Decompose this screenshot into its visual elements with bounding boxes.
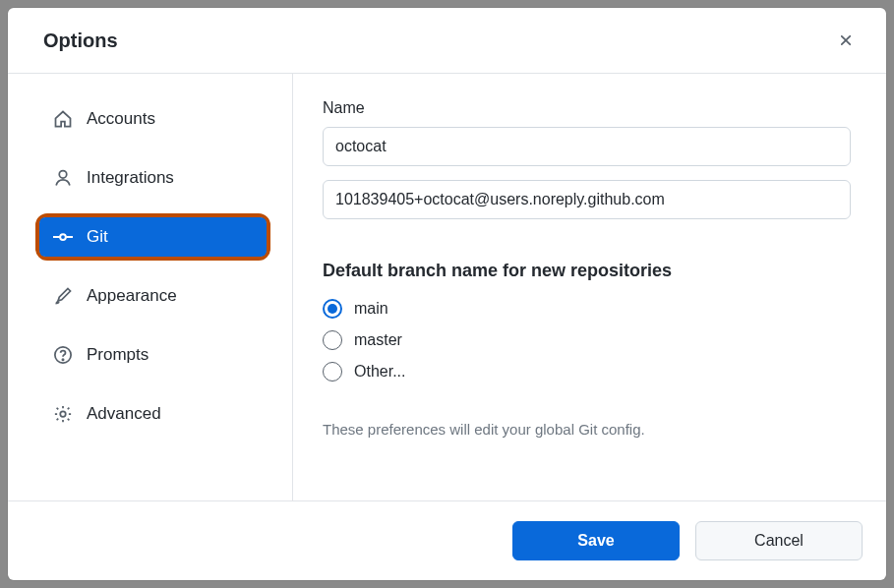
gear-icon — [53, 404, 73, 424]
radio-icon — [323, 362, 342, 382]
radio-label: Other... — [354, 363, 405, 381]
question-icon — [53, 345, 73, 365]
sidebar-item-label: Advanced — [87, 404, 161, 424]
sidebar-item-label: Prompts — [87, 345, 149, 365]
sidebar-item-label: Git — [87, 227, 108, 247]
sidebar-item-label: Appearance — [87, 286, 177, 306]
sidebar-item-label: Integrations — [87, 168, 174, 188]
radio-label: main — [354, 300, 388, 318]
radio-label: master — [354, 331, 402, 349]
radio-other[interactable]: Other... — [323, 362, 851, 382]
svg-point-1 — [60, 234, 66, 240]
name-input[interactable] — [323, 127, 851, 166]
content-pane: Name Default branch name for new reposit… — [293, 74, 886, 500]
sidebar-item-integrations[interactable]: Integrations — [39, 158, 267, 198]
person-icon — [53, 168, 73, 188]
name-label: Name — [323, 99, 851, 117]
git-commit-icon — [53, 227, 73, 247]
radio-main[interactable]: main — [323, 299, 851, 319]
radio-icon — [323, 299, 342, 319]
paintbrush-icon — [53, 286, 73, 306]
dialog-header: Options — [8, 8, 886, 74]
default-branch-heading: Default branch name for new repositories — [323, 261, 851, 281]
sidebar-item-label: Accounts — [87, 109, 155, 129]
email-input[interactable] — [323, 180, 851, 219]
save-button[interactable]: Save — [512, 521, 680, 560]
radio-master[interactable]: master — [323, 330, 851, 350]
sidebar-item-advanced[interactable]: Advanced — [39, 394, 267, 434]
close-button[interactable] — [831, 26, 861, 55]
dialog-title: Options — [43, 29, 118, 52]
sidebar: Accounts Integrations Git Appearance Pro… — [8, 74, 293, 500]
home-icon — [53, 109, 73, 129]
radio-icon — [323, 330, 342, 350]
svg-point-3 — [62, 359, 63, 360]
sidebar-item-git[interactable]: Git — [39, 217, 267, 257]
dialog-footer: Save Cancel — [8, 500, 886, 580]
git-config-hint: These preferences will edit your global … — [323, 421, 851, 438]
svg-point-4 — [60, 411, 66, 417]
sidebar-item-accounts[interactable]: Accounts — [39, 99, 267, 139]
options-dialog: Options Accounts Integrations Git — [8, 8, 886, 580]
default-branch-radio-group: main master Other... — [323, 299, 851, 382]
cancel-button[interactable]: Cancel — [695, 521, 863, 560]
sidebar-item-prompts[interactable]: Prompts — [39, 335, 267, 375]
dialog-body: Accounts Integrations Git Appearance Pro… — [8, 74, 886, 500]
sidebar-item-appearance[interactable]: Appearance — [39, 276, 267, 316]
svg-point-0 — [59, 171, 67, 179]
